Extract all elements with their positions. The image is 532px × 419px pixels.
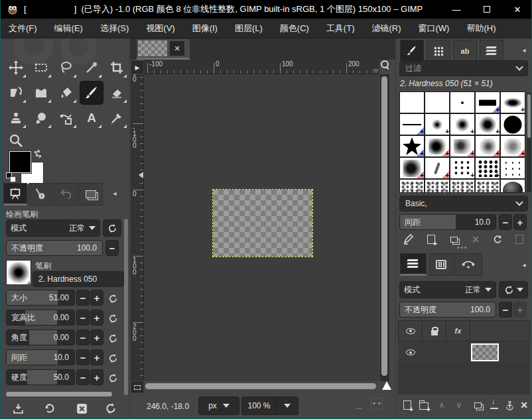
tool-rectangle-select[interactable]	[30, 56, 52, 79]
tab-paths[interactable]	[454, 253, 482, 276]
layer-visibility-toggle[interactable]	[406, 349, 415, 355]
tab-undo-history[interactable]	[54, 183, 78, 206]
reset-tool-options-button[interactable]	[101, 400, 120, 416]
menu-help[interactable]: 帮助(H)	[466, 23, 496, 34]
brush-swatch[interactable]: +	[476, 92, 499, 113]
tool-clone[interactable]	[5, 107, 27, 129]
brush-name-field[interactable]: 2. Hardness 050	[33, 271, 124, 287]
tab-brushes[interactable]	[400, 40, 424, 62]
zoom-dropdown-button[interactable]	[277, 397, 298, 414]
quick-mask-toggle[interactable]	[131, 382, 143, 392]
brush-swatch[interactable]	[425, 180, 449, 193]
canvas-viewport[interactable]	[144, 74, 379, 381]
canvas-image[interactable]	[213, 190, 312, 257]
brush-swatch[interactable]: +	[425, 136, 449, 156]
image-tab-close-button[interactable]: ✕	[170, 41, 184, 56]
menu-view[interactable]: 视图(V)	[146, 23, 174, 34]
close-button[interactable]: ✕	[502, 0, 532, 19]
angle-reset-button[interactable]	[105, 331, 120, 345]
menu-file[interactable]: 文件(F)	[9, 23, 37, 34]
hardness-increase-button[interactable]: +	[90, 369, 103, 385]
menu-tools[interactable]: 工具(T)	[326, 23, 355, 34]
size-reset-button[interactable]	[105, 291, 120, 306]
brush-filter-input[interactable]: 过滤	[399, 60, 528, 76]
delete-layer-button[interactable]: ✕	[517, 397, 531, 413]
tab-gradients[interactable]	[480, 40, 503, 62]
tab-layers[interactable]	[400, 253, 427, 276]
brush-swatch[interactable]: +	[501, 92, 525, 113]
layer-mode-switch-button[interactable]	[499, 281, 528, 298]
new-layer-group-button[interactable]	[417, 397, 431, 413]
tool-options-h-scrollbar[interactable]	[6, 392, 112, 396]
unit-select[interactable]: px	[198, 396, 239, 415]
v-scrollbar-thumb[interactable]	[381, 76, 387, 376]
layer-opacity-decrease-button[interactable]: −	[499, 302, 512, 318]
lock-pixels-cell[interactable]	[423, 321, 446, 341]
brush-swatch[interactable]: +	[450, 136, 474, 156]
brush-swatch[interactable]: +	[400, 136, 424, 156]
visibility-header-cell[interactable]	[399, 321, 423, 341]
dock-resize-grip[interactable]: •••	[457, 244, 468, 251]
tab-images[interactable]	[79, 183, 103, 206]
tool-move[interactable]	[5, 56, 27, 79]
canvas-h-scrollbar[interactable]	[144, 382, 379, 391]
tool-smudge[interactable]	[30, 107, 52, 129]
tool-crop[interactable]	[105, 56, 128, 79]
brush-swatch[interactable]: +	[450, 158, 474, 178]
tool-eraser[interactable]	[105, 82, 128, 104]
image-tab[interactable]: ✕	[137, 39, 190, 58]
menu-select[interactable]: 选择(S)	[100, 23, 129, 34]
brush-swatch[interactable]	[501, 180, 525, 193]
h-scrollbar-thumb[interactable]	[145, 383, 376, 389]
restore-tool-preset-button[interactable]	[40, 400, 59, 416]
mode-reset-button[interactable]	[103, 219, 121, 237]
menu-image[interactable]: 图像(I)	[192, 23, 218, 34]
title-bar[interactable]: [] (已导入) -1.0 (RGB 颜色 8 位非线性整数, GIMP bui…	[1, 0, 532, 19]
brushes-dock-collapse-button[interactable]: ◂	[518, 44, 530, 56]
lower-layer-button[interactable]: ∨	[452, 397, 466, 413]
foreground-color-swatch[interactable]	[9, 151, 31, 173]
layers-dock-collapse-button[interactable]: ◂	[518, 259, 530, 270]
canvas-menu-button[interactable]: ▶	[131, 61, 143, 74]
brush-swatch[interactable]	[501, 158, 525, 178]
lock-effects-cell[interactable]: fx	[446, 321, 470, 341]
brush-swatch[interactable]	[450, 92, 474, 113]
aspect-ratio-slider[interactable]: 宽高比 0.00	[6, 310, 75, 326]
brush-swatch[interactable]: +	[476, 136, 499, 156]
brush-grid-scrollbar[interactable]	[527, 93, 531, 192]
menu-edit[interactable]: 编辑(E)	[54, 23, 83, 34]
spacing-reset-button[interactable]	[105, 351, 120, 365]
tool-bucket-fill[interactable]	[55, 82, 78, 104]
brush-swatch[interactable]: +	[501, 136, 525, 156]
menu-filters[interactable]: 滤镜(R)	[371, 23, 401, 34]
open-brush-as-image-button[interactable]	[511, 232, 527, 247]
maximize-button[interactable]	[472, 0, 502, 19]
menu-colors[interactable]: 颜色(C)	[280, 23, 309, 34]
brush-swatch[interactable]	[400, 180, 424, 193]
size-decrease-button[interactable]: −	[76, 290, 90, 306]
edit-brush-button[interactable]	[401, 232, 417, 247]
brush-swatch[interactable]: +	[400, 114, 424, 135]
brush-spacing-decrease-button[interactable]: −	[499, 214, 512, 230]
spacing-slider[interactable]: 间距 10.0	[6, 349, 75, 365]
tool-options-v-scrollbar[interactable]	[124, 219, 128, 395]
spacing-decrease-button[interactable]: −	[76, 349, 90, 365]
angle-decrease-button[interactable]: −	[76, 329, 90, 345]
tool-paths[interactable]	[55, 107, 78, 129]
tab-device-status[interactable]: i	[29, 183, 52, 206]
new-layer-button[interactable]	[400, 397, 415, 413]
tool-fuzzy-select[interactable]	[80, 56, 103, 79]
zoom-follow-window-button[interactable]	[381, 60, 394, 74]
angle-slider[interactable]: 角度 0.00	[6, 329, 75, 345]
tool-free-select[interactable]	[55, 56, 78, 79]
paint-mode-select[interactable]: 模式 正常	[6, 219, 100, 237]
opacity-decrease-button[interactable]: −	[105, 240, 119, 256]
tool-color-picker[interactable]	[105, 107, 128, 129]
brush-grid-scroll-thumb[interactable]	[527, 94, 531, 138]
tool-unified-transform[interactable]	[5, 82, 27, 104]
minimize-button[interactable]: —	[441, 0, 472, 19]
brush-swatch[interactable]: +	[425, 158, 449, 178]
brush-swatch[interactable]: +	[476, 158, 499, 178]
brush-preview[interactable]: +	[6, 260, 31, 285]
duplicate-layer-button[interactable]	[470, 397, 485, 413]
